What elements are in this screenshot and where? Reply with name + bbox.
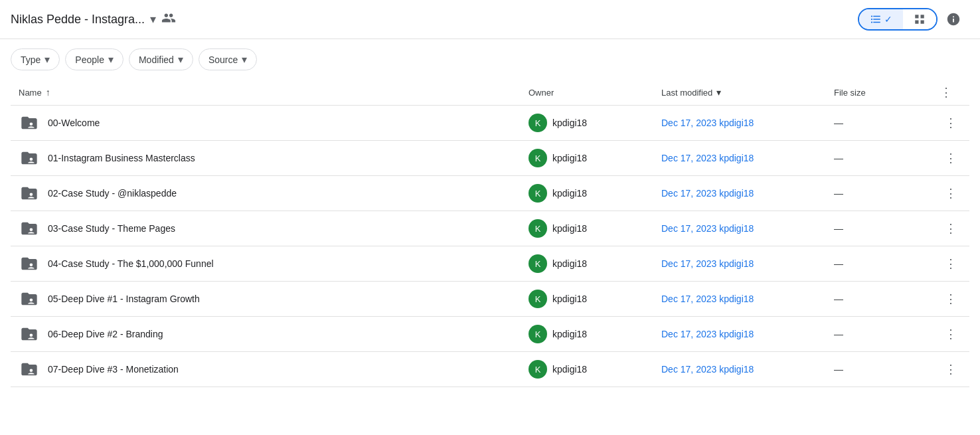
view-toggle: ✓ [858, 8, 938, 31]
owner-name: kpdigi18 [552, 329, 587, 339]
info-button[interactable] [943, 9, 964, 30]
file-name-label: 02-Case Study - @niklaspedde [48, 188, 177, 199]
avatar: K [529, 290, 547, 308]
file-name-label: 03-Case Study - Theme Pages [48, 223, 175, 234]
header-left: Niklas Pedde - Instagra... ▾ [11, 11, 176, 29]
more-options-icon[interactable]: ⋮ [940, 86, 952, 99]
file-name-label: 04-Case Study - The $1,000,000 Funnel [48, 258, 214, 269]
title-chevron-icon[interactable]: ▾ [150, 12, 156, 27]
owner-cell: K kpdigi18 [529, 149, 661, 167]
row-more-button[interactable]: ⋮ [940, 288, 961, 309]
row-more-button[interactable]: ⋮ [940, 112, 961, 133]
file-name-cell: 03-Case Study - Theme Pages [19, 218, 529, 239]
owner-name: kpdigi18 [552, 118, 587, 128]
row-more-button[interactable]: ⋮ [940, 359, 961, 380]
file-size-cell: — [834, 294, 940, 304]
filter-type[interactable]: Type ▾ [11, 48, 60, 70]
owner-cell: K kpdigi18 [529, 325, 661, 343]
column-more: ⋮ [940, 85, 961, 100]
file-name-label: 01-Instagram Business Masterclass [48, 153, 195, 163]
column-file-size: File size [834, 88, 940, 98]
svg-point-0 [30, 122, 33, 126]
last-modified-cell: Dec 17, 2023 kpdigi18 [661, 364, 834, 375]
owner-cell: K kpdigi18 [529, 254, 661, 273]
row-more-button[interactable]: ⋮ [940, 183, 961, 204]
owner-cell: K kpdigi18 [529, 219, 661, 238]
table-row[interactable]: 02-Case Study - @niklaspedde K kpdigi18 … [11, 176, 969, 211]
file-size-cell: — [834, 258, 940, 269]
owner-name: kpdigi18 [552, 294, 587, 304]
filter-modified-chevron-icon: ▾ [178, 53, 183, 66]
table-row[interactable]: 07-Deep Dive #3 - Monetization K kpdigi1… [11, 352, 969, 387]
svg-point-5 [30, 298, 33, 302]
list-view-check: ✓ [884, 14, 892, 25]
owner-cell: K kpdigi18 [529, 290, 661, 308]
column-owner: Owner [529, 88, 661, 98]
filter-people[interactable]: People ▾ [65, 48, 123, 70]
owner-name: kpdigi18 [552, 258, 587, 269]
owner-name: kpdigi18 [552, 153, 587, 163]
last-modified-cell: Dec 17, 2023 kpdigi18 [661, 294, 834, 304]
filter-modified[interactable]: Modified ▾ [129, 48, 193, 70]
owner-cell: K kpdigi18 [529, 360, 661, 379]
table-row[interactable]: 01-Instagram Business Masterclass K kpdi… [11, 141, 969, 176]
file-name-label: 05-Deep Dive #1 - Instagram Growth [48, 294, 200, 304]
last-modified-cell: Dec 17, 2023 kpdigi18 [661, 223, 834, 234]
table-header: Name ↑ Owner Last modified ▾ File size ⋮ [11, 80, 969, 106]
avatar: K [529, 360, 547, 379]
grid-view-button[interactable] [903, 9, 936, 29]
file-table: Name ↑ Owner Last modified ▾ File size ⋮ [0, 80, 980, 387]
owner-cell: K kpdigi18 [529, 114, 661, 132]
file-name-cell: 07-Deep Dive #3 - Monetization [19, 359, 529, 380]
list-view-button[interactable]: ✓ [859, 9, 903, 29]
file-size-cell: — [834, 118, 940, 128]
svg-point-4 [30, 263, 33, 266]
folder-shared-icon [19, 253, 40, 274]
folder-shared-icon [19, 147, 40, 169]
filter-source-chevron-icon: ▾ [242, 53, 247, 66]
file-name-cell: 04-Case Study - The $1,000,000 Funnel [19, 253, 529, 274]
svg-point-3 [30, 228, 33, 231]
folder-shared-icon [19, 183, 40, 204]
table-row[interactable]: 03-Case Study - Theme Pages K kpdigi18 D… [11, 211, 969, 246]
filter-source[interactable]: Source ▾ [199, 48, 257, 70]
file-name-cell: 00-Welcome [19, 112, 529, 133]
filter-people-chevron-icon: ▾ [108, 53, 114, 66]
row-more-button[interactable]: ⋮ [940, 218, 961, 239]
people-icon[interactable] [161, 11, 176, 29]
file-name-cell: 06-Deep Dive #2 - Branding [19, 323, 529, 345]
row-more-button[interactable]: ⋮ [940, 147, 961, 169]
rows-container: 00-Welcome K kpdigi18 Dec 17, 2023 kpdig… [11, 106, 969, 387]
table-row[interactable]: 05-Deep Dive #1 - Instagram Growth K kpd… [11, 282, 969, 317]
folder-shared-icon [19, 359, 40, 380]
svg-point-1 [30, 157, 33, 161]
owner-name: kpdigi18 [552, 364, 587, 375]
table-row[interactable]: 00-Welcome K kpdigi18 Dec 17, 2023 kpdig… [11, 106, 969, 141]
file-size-cell: — [834, 364, 940, 375]
last-modified-cell: Dec 17, 2023 kpdigi18 [661, 188, 834, 199]
owner-cell: K kpdigi18 [529, 184, 661, 203]
filter-modified-label: Modified [139, 54, 174, 65]
avatar: K [529, 149, 547, 167]
table-row[interactable]: 06-Deep Dive #2 - Branding K kpdigi18 De… [11, 317, 969, 352]
filter-type-chevron-icon: ▾ [44, 53, 50, 66]
table-row[interactable]: 04-Case Study - The $1,000,000 Funnel K … [11, 246, 969, 282]
row-more-button[interactable]: ⋮ [940, 323, 961, 345]
header-right: ✓ [858, 8, 964, 31]
sort-desc-icon: ▾ [716, 87, 721, 98]
avatar: K [529, 219, 547, 238]
filter-source-label: Source [208, 54, 238, 65]
file-name-label: 00-Welcome [48, 118, 100, 128]
row-more-button[interactable]: ⋮ [940, 253, 961, 274]
file-size-cell: — [834, 329, 940, 339]
file-name-cell: 01-Instagram Business Masterclass [19, 147, 529, 169]
column-name[interactable]: Name ↑ [19, 87, 529, 98]
svg-point-2 [30, 193, 33, 196]
sort-asc-icon: ↑ [46, 87, 50, 98]
file-name-label: 07-Deep Dive #3 - Monetization [48, 364, 179, 375]
owner-name: kpdigi18 [552, 223, 587, 234]
folder-shared-icon [19, 323, 40, 345]
last-modified-cell: Dec 17, 2023 kpdigi18 [661, 258, 834, 269]
column-last-modified[interactable]: Last modified ▾ [661, 87, 834, 98]
header: Niklas Pedde - Instagra... ▾ ✓ [0, 0, 980, 39]
